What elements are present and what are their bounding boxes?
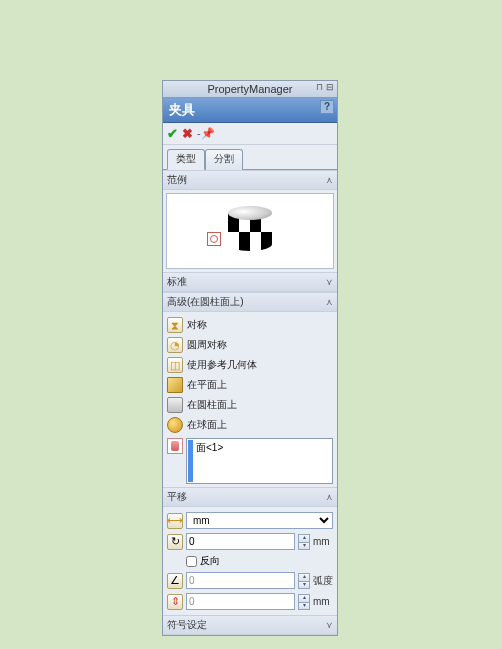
selection-list[interactable]: 面<1> bbox=[186, 438, 333, 484]
pm-title: PropertyManager bbox=[208, 83, 293, 95]
section-standard-header[interactable]: 标准 ⋎ bbox=[163, 273, 337, 292]
angular-spinner[interactable]: ▴▾ bbox=[298, 573, 310, 589]
pushpin-icon[interactable]: ⊓ bbox=[314, 82, 324, 94]
section-example: 范例 ⋏ bbox=[163, 170, 337, 269]
section-advanced-header[interactable]: 高级(在圆柱面上) ⋏ bbox=[163, 293, 337, 312]
tabs-row: 类型 分割 bbox=[163, 145, 337, 170]
ok-icon[interactable]: ✔ bbox=[167, 126, 178, 141]
expand-icon[interactable]: ⋎ bbox=[326, 620, 333, 630]
option-onsph[interactable]: 在球面上 bbox=[167, 415, 333, 435]
section-symbol-header[interactable]: 符号设定 ⋎ bbox=[163, 616, 337, 635]
option-onplane[interactable]: 在平面上 bbox=[167, 375, 333, 395]
angular-icon: ∠ bbox=[167, 573, 183, 589]
action-row: ✔ ✖ -📌 bbox=[163, 123, 337, 145]
onplane-icon bbox=[167, 377, 183, 393]
reverse-label: 反向 bbox=[200, 554, 220, 568]
tab-type[interactable]: 类型 bbox=[167, 149, 205, 170]
unit-select[interactable]: mm bbox=[186, 512, 333, 529]
radial-spinner[interactable]: ▴▾ bbox=[298, 534, 310, 550]
onsph-icon bbox=[167, 417, 183, 433]
axial-input[interactable] bbox=[186, 593, 295, 610]
pin-icon[interactable]: -📌 bbox=[197, 127, 215, 140]
feature-title: 夹具 bbox=[169, 102, 195, 117]
unit-icon: ⟷ bbox=[167, 513, 183, 529]
radial-icon: ↻ bbox=[167, 534, 183, 550]
collapse-icon[interactable]: ⋏ bbox=[326, 297, 333, 307]
section-symbol: 符号设定 ⋎ bbox=[163, 615, 337, 635]
section-example-header[interactable]: 范例 ⋏ bbox=[163, 171, 337, 190]
selection-box: 面<1> bbox=[167, 438, 333, 484]
reverse-checkbox[interactable] bbox=[186, 556, 197, 567]
option-oncyl[interactable]: 在圆柱面上 bbox=[167, 395, 333, 415]
option-circular[interactable]: ◔ 圆周对称 bbox=[167, 335, 333, 355]
expand-icon[interactable]: ⊟ bbox=[325, 82, 335, 94]
radial-input[interactable] bbox=[186, 533, 295, 550]
option-symmetry[interactable]: ⧗ 对称 bbox=[167, 315, 333, 335]
axial-spinner[interactable]: ▴▾ bbox=[298, 594, 310, 610]
cylinder-preview-icon bbox=[228, 206, 272, 256]
property-manager-panel: PropertyManager ⊓ ⊟ 夹具 ? ✔ ✖ -📌 类型 分割 范例… bbox=[162, 80, 338, 636]
refgeom-icon: ◫ bbox=[167, 357, 183, 373]
section-standard: 标准 ⋎ bbox=[163, 272, 337, 292]
collapse-icon[interactable]: ⋏ bbox=[326, 492, 333, 502]
section-advanced: 高级(在圆柱面上) ⋏ ⧗ 对称 ◔ 圆周对称 ◫ 使用参考几何体 在平面上 bbox=[163, 292, 337, 487]
cancel-icon[interactable]: ✖ bbox=[182, 126, 193, 141]
section-translation-header[interactable]: 平移 ⋏ bbox=[163, 488, 337, 507]
circular-icon: ◔ bbox=[167, 337, 183, 353]
expand-icon[interactable]: ⋎ bbox=[326, 277, 333, 287]
section-translation: 平移 ⋏ ⟷ mm ↻ ▴▾ mm 反向 ∠ ▴ bbox=[163, 487, 337, 615]
fixture-type-icon bbox=[207, 232, 221, 246]
option-refgeom[interactable]: ◫ 使用参考几何体 bbox=[167, 355, 333, 375]
tab-split[interactable]: 分割 bbox=[205, 149, 243, 170]
collapse-icon[interactable]: ⋏ bbox=[326, 175, 333, 185]
symmetry-icon: ⧗ bbox=[167, 317, 183, 333]
oncyl-icon bbox=[167, 397, 183, 413]
face-select-icon[interactable] bbox=[167, 438, 183, 454]
pm-header: PropertyManager ⊓ ⊟ bbox=[163, 81, 337, 98]
example-preview bbox=[166, 193, 334, 269]
axial-icon: ⇕ bbox=[167, 594, 183, 610]
feature-title-bar: 夹具 ? bbox=[163, 98, 337, 123]
angular-input[interactable] bbox=[186, 572, 295, 589]
help-button[interactable]: ? bbox=[320, 100, 334, 114]
